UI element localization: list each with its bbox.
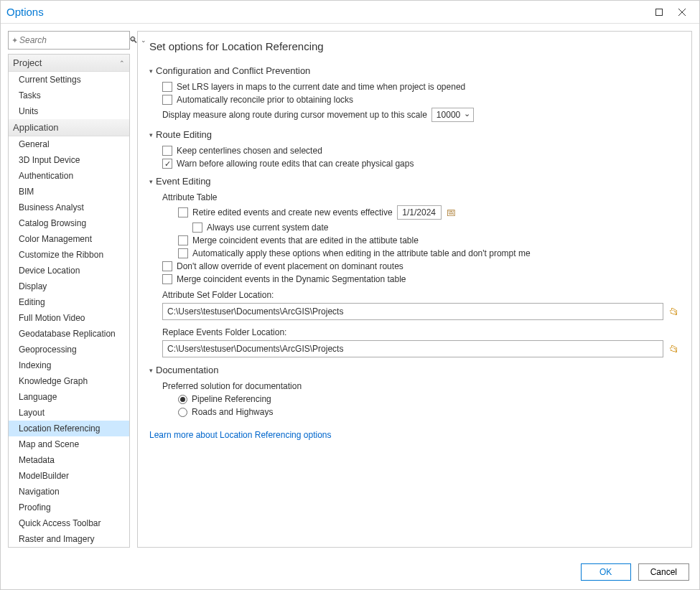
tree-item[interactable]: Indexing	[9, 357, 129, 373]
cb-auto-apply[interactable]	[178, 248, 188, 258]
browse-folder-icon[interactable]: 📂︎	[669, 306, 680, 318]
browse-folder-icon[interactable]: 📂︎	[669, 343, 680, 355]
tree-item[interactable]: Language	[9, 389, 129, 405]
tree-item[interactable]: Map and Scene	[9, 436, 129, 452]
cb-merge-dynseg[interactable]	[162, 274, 172, 284]
maximize-button[interactable]	[648, 4, 671, 21]
collapse-icon: ▾	[149, 367, 153, 374]
tree-item[interactable]: Color Management	[9, 231, 129, 247]
calendar-icon[interactable]: 📅︎	[446, 207, 456, 218]
radio-roads[interactable]	[178, 408, 187, 417]
titlebar: Options	[1, 1, 699, 24]
collapse-icon: ▾	[149, 131, 153, 139]
tree-item[interactable]: Catalog Browsing	[9, 215, 129, 231]
cb-dont-override[interactable]	[162, 261, 172, 271]
pref-solution-label: Preferred solution for documentation	[162, 381, 680, 391]
svg-rect-0	[656, 9, 663, 15]
tree-item[interactable]: Device Location	[9, 263, 129, 278]
cb-keep-centerlines[interactable]	[162, 146, 172, 156]
window-title: Options	[6, 6, 44, 18]
learn-more-link[interactable]: Learn more about Location Referencing op…	[149, 430, 332, 440]
tree-item[interactable]: ModelBuilder	[9, 468, 129, 484]
tree-item[interactable]: Full Motion Video	[9, 310, 129, 326]
tree-item[interactable]: Customize the Ribbon	[9, 247, 129, 263]
section-config[interactable]: ▾ Configuration and Conflict Prevention	[149, 65, 680, 76]
cb-set-lrs-date[interactable]	[162, 82, 172, 92]
tree-item[interactable]: BIM	[9, 184, 129, 200]
cb-merge-coincident[interactable]	[178, 235, 188, 245]
tree-item[interactable]: Display	[9, 278, 129, 294]
tree-group-header[interactable]: Project⌃	[9, 55, 129, 72]
tree-item[interactable]: Knowledge Graph	[9, 373, 129, 389]
tree-item[interactable]: Authentication	[9, 168, 129, 184]
tree-item[interactable]: Editing	[9, 294, 129, 310]
tree-item[interactable]: 3D Input Device	[9, 152, 129, 168]
sidebar: ✦ 🔍︎ ⌄ Project⌃Current SettingsTasksUnit…	[8, 31, 130, 548]
cb-warn-gaps[interactable]	[162, 159, 172, 169]
close-button[interactable]	[671, 4, 694, 21]
dialog-footer: OK Cancel	[1, 555, 699, 589]
radio-pipeline[interactable]	[178, 395, 187, 404]
tree-item[interactable]: General	[9, 136, 129, 152]
attr-set-folder-input[interactable]: C:\Users\testuser\Documents\ArcGIS\Proje…	[162, 303, 663, 320]
cancel-button[interactable]: Cancel	[638, 563, 689, 581]
attr-table-label: Attribute Table	[162, 192, 680, 202]
tree-item[interactable]: Business Analyst	[9, 200, 129, 215]
cb-retire-events[interactable]	[178, 207, 188, 217]
attr-set-folder-label: Attribute Set Folder Location:	[162, 290, 680, 300]
ok-button[interactable]: OK	[581, 563, 631, 581]
options-window: Options ✦ 🔍︎ ⌄ Project⌃Current SettingsT…	[0, 0, 700, 590]
search-input[interactable]	[19, 35, 128, 45]
tree-item[interactable]: Metadata	[9, 452, 129, 468]
section-event[interactable]: ▾ Event Editing	[149, 176, 680, 187]
tree-item[interactable]: Units	[9, 103, 129, 119]
tree-item[interactable]: Proofing	[9, 500, 129, 515]
tree-item[interactable]: Geoprocessing	[9, 342, 129, 357]
page-title: Set options for Location Referencing	[149, 40, 680, 52]
main-panel: Set options for Location Referencing ▾ C…	[137, 31, 692, 548]
tree-item[interactable]: Location Referencing	[9, 421, 129, 436]
tree-item[interactable]: Geodatabase Replication	[9, 326, 129, 342]
tree-item[interactable]: Quick Access Toolbar	[9, 515, 129, 531]
tree-item[interactable]: Navigation	[9, 484, 129, 500]
replace-folder-input[interactable]: C:\Users\testuser\Documents\ArcGIS\Proje…	[162, 340, 663, 357]
collapse-icon: ▾	[149, 67, 153, 75]
options-tree[interactable]: Project⌃Current SettingsTasksUnitsApplic…	[8, 54, 130, 548]
section-documentation[interactable]: ▾ Documentation	[149, 365, 680, 375]
sparkle-icon: ✦	[11, 36, 18, 45]
section-route[interactable]: ▾ Route Editing	[149, 129, 680, 140]
collapse-icon: ▾	[149, 178, 153, 185]
search-icon[interactable]: 🔍︎	[129, 35, 138, 45]
cb-auto-reconcile[interactable]	[162, 95, 172, 105]
search-field[interactable]: ✦ 🔍︎ ⌄	[8, 31, 130, 50]
tree-item[interactable]: Raster and Imagery	[9, 531, 129, 547]
replace-folder-label: Replace Events Folder Location:	[162, 327, 680, 337]
tree-item[interactable]: Current Settings	[9, 72, 129, 88]
cb-always-current-date[interactable]	[192, 223, 202, 233]
tree-item[interactable]: Tasks	[9, 88, 129, 103]
tree-group-header[interactable]: Application	[9, 119, 129, 136]
effective-date[interactable]: 1/1/2024	[397, 205, 442, 220]
scale-select[interactable]: 10000	[431, 108, 474, 122]
search-dropdown-icon[interactable]: ⌄	[141, 37, 146, 44]
tree-item[interactable]: Layout	[9, 405, 129, 421]
